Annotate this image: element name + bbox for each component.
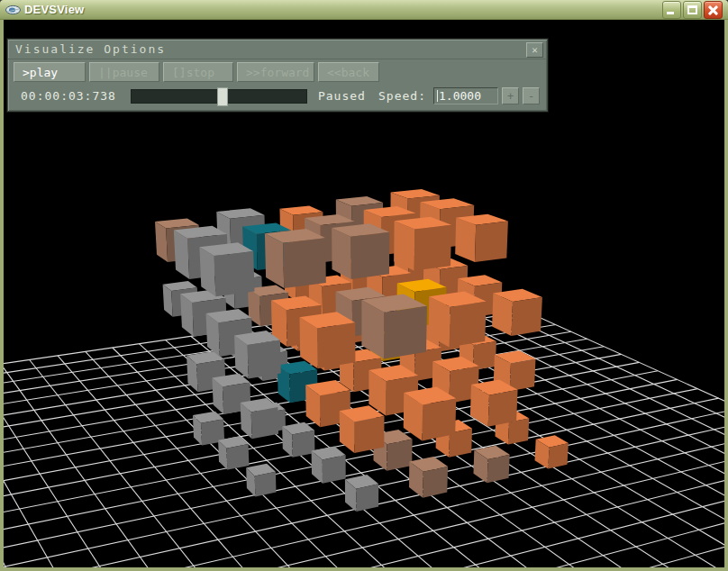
cube-front-face <box>255 472 277 497</box>
panel-title: Visualize Options <box>8 42 166 56</box>
cube-front-face <box>354 416 384 453</box>
cube-front-face <box>292 431 314 458</box>
grid-line <box>4 382 58 567</box>
stop-button[interactable]: []stop <box>163 62 233 82</box>
cube-front-face <box>450 302 487 348</box>
maximize-button[interactable] <box>683 1 702 19</box>
window-titlebar[interactable]: DEVSView <box>0 0 728 20</box>
cube-left-face <box>332 228 350 279</box>
cube-front-face <box>317 322 355 368</box>
cube-front-face <box>487 455 510 484</box>
speed-label: Speed: <box>378 89 426 103</box>
cube-front-face <box>248 340 281 379</box>
cube-front-face <box>226 444 249 469</box>
devsview-window: DEVSView Visualize Options ✕ >play ||pau… <box>0 0 728 571</box>
timeline-slider[interactable] <box>131 89 307 104</box>
cube-front-face <box>488 390 518 427</box>
cube-front-face <box>384 306 427 359</box>
window-controls <box>662 1 723 19</box>
cube-front-face <box>423 467 448 498</box>
time-display: 00:00:03:738 <box>21 89 116 103</box>
3d-client-area: Visualize Options ✕ >play ||pause []stop… <box>4 20 724 567</box>
cube-left-face <box>455 218 476 262</box>
cube-front-face <box>356 484 378 512</box>
cube-front-face <box>475 222 508 263</box>
close-button[interactable] <box>704 1 723 19</box>
devsview-logo-icon <box>5 5 21 15</box>
status-badge: Paused <box>318 89 366 103</box>
text-cursor <box>437 90 438 102</box>
timeline-slider-handle[interactable] <box>217 87 228 106</box>
cube-front-face <box>214 251 255 296</box>
speed-input[interactable]: 1.0000 <box>433 87 498 104</box>
minimize-button[interactable] <box>662 1 681 19</box>
window-title: DEVSView <box>24 3 662 16</box>
playback-status-row: 00:00:03:738 Paused Speed: 1.0000 + - <box>8 87 547 104</box>
speed-decrease-button[interactable]: - <box>523 87 540 104</box>
cube-front-face <box>387 440 412 471</box>
cube-front-face <box>510 358 536 391</box>
cube-front-face <box>283 238 326 288</box>
maximize-icon <box>687 5 697 14</box>
pause-button[interactable]: ||pause <box>89 62 159 82</box>
speed-value: 1.0000 <box>439 89 481 103</box>
cube-front-face <box>548 443 569 468</box>
grid-line <box>58 521 724 567</box>
minimize-icon <box>667 12 674 14</box>
cube-front-face <box>323 455 346 484</box>
panel-close-button[interactable]: ✕ <box>526 42 543 58</box>
cube-front-face <box>251 407 278 439</box>
back-button[interactable]: <<back <box>318 62 379 82</box>
cube-front-face <box>350 232 389 279</box>
speed-increase-button[interactable]: + <box>502 87 519 104</box>
forward-button[interactable]: >>forward <box>237 62 314 82</box>
visualize-options-panel: Visualize Options ✕ >play ||pause []stop… <box>7 39 548 112</box>
play-button[interactable]: >play <box>14 62 86 82</box>
cube-front-face <box>423 399 457 441</box>
cube-front-face <box>508 418 529 444</box>
cube-front-face <box>512 297 542 336</box>
cube-front-face <box>414 225 452 271</box>
x-icon: ✕ <box>532 44 538 56</box>
panel-titlebar[interactable]: Visualize Options ✕ <box>8 40 547 59</box>
transport-controls: >play ||pause []stop >>forward <<back <box>8 59 547 82</box>
